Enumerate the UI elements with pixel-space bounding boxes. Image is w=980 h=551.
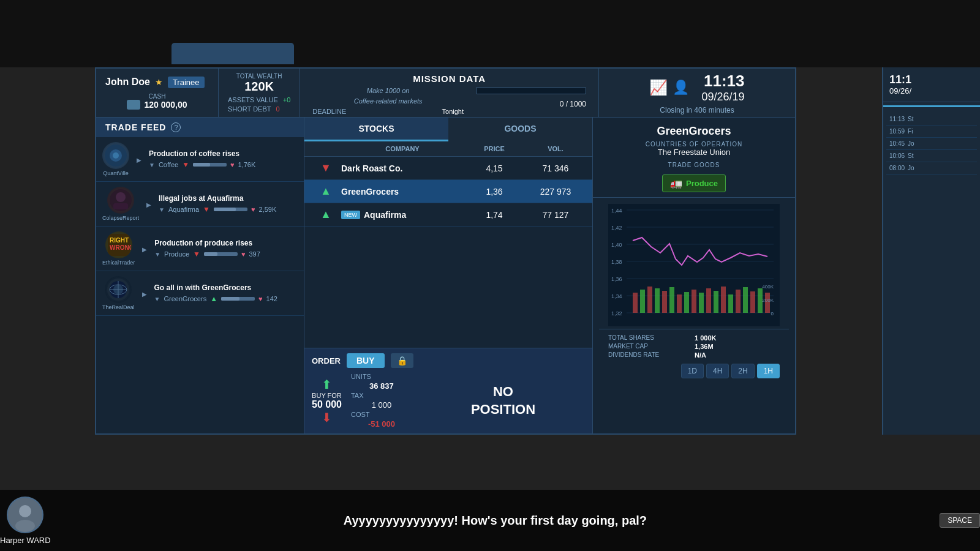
- svg-rect-34: [714, 291, 718, 313]
- feed-company: Produce: [164, 250, 189, 258]
- mission-desc-2: Coffee-related markets: [312, 97, 464, 105]
- buy-for-label: BUY FOR: [312, 392, 342, 399]
- feed-label: TheRealDeal: [102, 304, 135, 310]
- company-panel: GreenGrocers COUNTRIES OF OPERATION The …: [593, 118, 795, 433]
- buy-button[interactable]: BUY: [347, 353, 385, 368]
- chat-avatar: [7, 497, 43, 533]
- clock-section: 📈 👤 11:13 09/26/19 Closing in 406 minute…: [599, 69, 795, 117]
- svg-rect-33: [706, 288, 711, 313]
- decrease-button[interactable]: ⬇: [322, 410, 332, 425]
- short-debt-label: SHORT DEBT: [228, 105, 271, 113]
- chat-area: Harper WARD Ayyyyyyyyyyyyyyy! How's your…: [0, 490, 980, 551]
- star-icon: ★: [155, 77, 163, 87]
- player-name: John Doe: [105, 77, 150, 88]
- help-icon[interactable]: ?: [171, 122, 181, 132]
- cash-label: CASH: [149, 93, 166, 100]
- chat-speaker: Harper WARD: [0, 497, 51, 545]
- assets-value: +0: [283, 96, 291, 103]
- feed-label: ColapseReport: [102, 215, 139, 221]
- right-clock-date: 09/26/: [889, 86, 974, 96]
- svg-rect-37: [736, 290, 741, 313]
- stocks-panel: STOCKS GOODS COMPANY PRICE VOL. ▼ Dark R…: [304, 118, 593, 433]
- list-item[interactable]: ColapseReport ▶ Illegal jobs at Aquafirm…: [96, 182, 304, 227]
- total-wealth-value: 120K: [244, 80, 274, 94]
- lock-button[interactable]: 🔒: [391, 353, 413, 368]
- list-item: 10:06 St: [886, 150, 977, 162]
- person-icon: 👤: [673, 80, 689, 96]
- trend-arrow-down: ▼: [182, 160, 189, 169]
- wallet-icon: [127, 100, 140, 110]
- cash-value: 120 000,00: [144, 100, 187, 110]
- svg-rect-24: [640, 290, 645, 313]
- right-panel: 11:1 09/26/ 11:13 St 10:59 Fi 10:45 Jo 1…: [882, 67, 980, 435]
- feed-likes: 142: [266, 295, 277, 302]
- order-label: ORDER: [312, 356, 341, 365]
- chart-footer: TOTAL SHARES 1 000K MARKET CAP 1,36M DIV…: [599, 329, 789, 383]
- stock-name: Aquafirma: [364, 210, 406, 220]
- list-item[interactable]: TheRealDeal ▶ Go all in with GreenGrocer…: [96, 271, 304, 316]
- svg-rect-32: [699, 293, 704, 313]
- chevron-right-icon: ▶: [142, 246, 147, 253]
- feed-title: Go all in with GreenGrocers: [154, 283, 277, 292]
- table-row[interactable]: ▲ NEW Aquafirma 1,74 77 127: [304, 203, 592, 227]
- units-label: UNITS: [351, 373, 371, 380]
- svg-rect-38: [743, 287, 748, 313]
- produce-badge[interactable]: 🚛 Produce: [662, 174, 726, 192]
- col-company: COMPANY: [341, 145, 464, 152]
- list-item: 08:00 Jo: [886, 162, 977, 174]
- table-row[interactable]: ▲ GreenGrocers 1,36 227 973: [304, 180, 592, 203]
- trend-arrow-up: ▲: [210, 294, 217, 303]
- no-position: NOPOSITION: [421, 377, 585, 424]
- time-btn-1d[interactable]: 1D: [681, 364, 704, 378]
- short-debt-value: 0: [276, 105, 280, 113]
- time-btn-1h[interactable]: 1H: [757, 364, 780, 378]
- col-price: PRICE: [464, 145, 525, 152]
- increase-button[interactable]: ⬆: [322, 377, 332, 392]
- list-item: 11:13 St: [886, 113, 977, 126]
- trend-arrow-down: ▼: [203, 205, 210, 214]
- total-wealth-label: TOTAL WEALTH: [236, 73, 282, 80]
- list-item[interactable]: QuantVille ▶ Production of coffee rises …: [96, 137, 304, 182]
- feed-title: Production of coffee rises: [149, 149, 255, 158]
- time-btn-2h[interactable]: 2H: [731, 364, 754, 378]
- chart-icon: 📈: [649, 79, 668, 96]
- stock-vol: 71 346: [525, 163, 586, 173]
- deadline-label: DEADLINE: [312, 108, 346, 115]
- list-item: 10:59 Fi: [886, 126, 977, 138]
- feed-likes: 1,76K: [238, 161, 256, 168]
- table-row[interactable]: ▼ Dark Roast Co. 4,15 71 346: [304, 157, 592, 180]
- chevron-right-icon: ▶: [137, 157, 141, 163]
- time-buttons: 1D 4H 2H 1H: [608, 364, 780, 378]
- mission-desc-1: Make 1000 on: [312, 87, 464, 94]
- trade-goods-label: TRADE GOODS: [602, 162, 786, 168]
- heart-icon: ♥: [251, 206, 255, 213]
- svg-rect-26: [655, 288, 660, 313]
- mission-title: MISSION DATA: [312, 73, 586, 84]
- heart-icon: ♥: [258, 295, 263, 302]
- space-button[interactable]: SPACE: [940, 513, 980, 528]
- time-btn-4h[interactable]: 4H: [706, 364, 729, 378]
- dividends-value: N/A: [695, 351, 780, 359]
- svg-rect-27: [662, 291, 667, 313]
- company-header: GreenGrocers COUNTRIES OF OPERATION The …: [593, 118, 795, 198]
- units-value: 36 837: [369, 381, 394, 391]
- right-feed: 11:13 St 10:59 Fi 10:45 Jo 10:06 St 08:0…: [883, 110, 980, 178]
- svg-text:1,42: 1,42: [611, 225, 622, 231]
- feed-label: EthicalTrader: [102, 260, 135, 266]
- market-cap-label: MARKET CAP: [608, 343, 693, 350]
- tab-stocks[interactable]: STOCKS: [304, 118, 448, 141]
- list-item[interactable]: RIGHT WRONG EthicalTrader ▶ Production o…: [96, 227, 304, 271]
- buy-for-value: 50 000: [312, 399, 342, 410]
- countries-label: COUNTRIES OF OPERATION: [602, 141, 786, 148]
- stock-name: GreenGrocers: [341, 187, 464, 197]
- col-vol: VOL.: [525, 145, 586, 152]
- table-header: COMPANY PRICE VOL.: [304, 141, 592, 157]
- list-item: 10:45 Jo: [886, 138, 977, 150]
- chrome-tab: [172, 43, 294, 64]
- chevron-down-icon: ▼: [154, 296, 160, 302]
- svg-text:0: 0: [771, 311, 774, 317]
- svg-rect-23: [633, 293, 638, 313]
- tab-goods[interactable]: GOODS: [448, 118, 592, 141]
- country-name: The Freestate Union: [602, 148, 786, 157]
- trade-feed-header: TRADE FEED ?: [96, 118, 304, 137]
